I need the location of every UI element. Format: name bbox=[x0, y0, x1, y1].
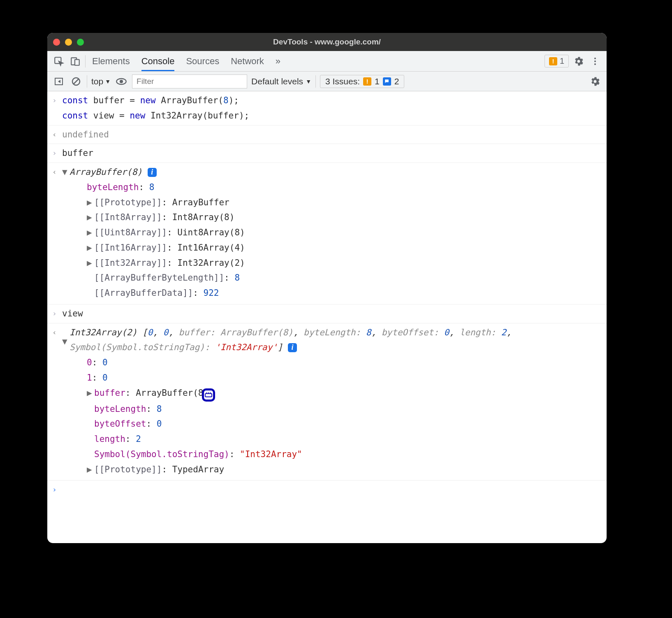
property-line[interactable]: length: 2 bbox=[62, 432, 602, 447]
tab-sources[interactable]: Sources bbox=[186, 51, 219, 71]
issues-label: 3 Issues: bbox=[325, 77, 360, 86]
window-title: DevTools - www.google.com/ bbox=[47, 37, 607, 46]
property-line[interactable]: ▶[[Int16Array]]: Int16Array(4) bbox=[62, 240, 602, 256]
dropdown-arrow-icon: ▼ bbox=[105, 78, 111, 85]
svg-point-4 bbox=[594, 60, 596, 62]
property-line[interactable]: Symbol(Symbol.toStringTag): "Int32Array" bbox=[62, 447, 602, 462]
expand-arrow-icon[interactable]: ▶ bbox=[87, 210, 94, 225]
levels-label: Default levels bbox=[251, 77, 303, 86]
code-keyword: const bbox=[62, 95, 88, 105]
panel-tabs: Elements Console Sources Network » bbox=[92, 51, 280, 71]
svg-point-5 bbox=[594, 63, 596, 65]
console-settings-icon[interactable] bbox=[589, 75, 602, 88]
code-text: ArrayBuffer( bbox=[156, 95, 223, 105]
property-line[interactable]: ▶[[Prototype]]: TypedArray bbox=[62, 462, 602, 477]
object-summary: Int32Array(2) bbox=[70, 328, 142, 337]
warning-icon: ! bbox=[549, 57, 557, 65]
traffic-lights bbox=[53, 39, 84, 46]
settings-icon[interactable] bbox=[572, 55, 585, 68]
device-toolbar-icon[interactable] bbox=[69, 55, 82, 68]
live-expression-icon[interactable] bbox=[115, 75, 128, 88]
code-text: ); bbox=[229, 95, 239, 105]
property-line[interactable]: 0: 0 bbox=[62, 355, 602, 370]
output-chevron-icon: ‹ bbox=[52, 326, 57, 339]
svg-rect-11 bbox=[205, 393, 211, 397]
svg-point-10 bbox=[120, 79, 123, 83]
property-line[interactable]: 1: 0 bbox=[62, 370, 602, 386]
tab-console[interactable]: Console bbox=[141, 51, 175, 71]
input-prompt-icon: › bbox=[52, 483, 57, 496]
issues-info-count: 2 bbox=[394, 77, 399, 86]
tab-more[interactable]: » bbox=[276, 51, 280, 71]
console-output-block[interactable]: ‹ ▼ Int32Array(2) [0, 0, buffer: ArrayBu… bbox=[47, 323, 607, 481]
undefined-value: undefined bbox=[62, 130, 109, 139]
expand-arrow-icon[interactable]: ▶ bbox=[87, 256, 94, 271]
console-input[interactable]: › bbox=[47, 480, 607, 486]
expand-arrow-icon[interactable]: ▶ bbox=[87, 240, 94, 256]
output-chevron-icon: ‹ bbox=[52, 165, 57, 179]
tab-network[interactable]: Network bbox=[231, 51, 264, 71]
code-keyword: const bbox=[62, 111, 88, 121]
tab-elements[interactable]: Elements bbox=[92, 51, 130, 71]
sidebar-toggle-icon[interactable] bbox=[52, 75, 65, 88]
code-text: view = bbox=[88, 111, 130, 121]
expand-arrow-icon[interactable]: ▶ bbox=[87, 195, 94, 210]
issues-badge[interactable]: 3 Issues: ! 1 2 bbox=[320, 75, 404, 88]
console-input-echo[interactable]: › const buffer = new ArrayBuffer(8); con… bbox=[47, 91, 607, 125]
console-output-line: ‹ undefined bbox=[47, 125, 607, 144]
input-chevron-icon: › bbox=[52, 307, 57, 320]
property-line[interactable]: ▶[[Prototype]]: ArrayBuffer bbox=[62, 195, 602, 210]
warnings-badge[interactable]: ! 1 bbox=[545, 55, 569, 67]
property-line[interactable]: byteLength: 8 bbox=[62, 402, 602, 417]
kebab-menu-icon[interactable] bbox=[589, 55, 602, 68]
code-number: 8 bbox=[223, 95, 229, 105]
devtools-window: DevTools - www.google.com/ Elements Cons… bbox=[47, 33, 607, 543]
dropdown-arrow-icon: ▼ bbox=[306, 78, 311, 85]
close-window-button[interactable] bbox=[53, 39, 60, 46]
property-line[interactable]: ▶buffer: ArrayBuffer(8 bbox=[62, 386, 602, 402]
expand-toggle-icon[interactable]: ▼ bbox=[62, 165, 70, 180]
inspect-element-icon[interactable] bbox=[52, 55, 65, 68]
warning-icon: ! bbox=[363, 77, 371, 86]
expand-arrow-icon[interactable]: ▶ bbox=[87, 225, 94, 240]
expand-arrow-icon[interactable]: ▶ bbox=[87, 462, 94, 477]
property-line[interactable]: ▶[[Int32Array]]: Int32Array(2) bbox=[62, 256, 602, 271]
code-text: Int32Array(buffer); bbox=[145, 111, 249, 121]
input-chevron-icon: › bbox=[52, 146, 57, 160]
output-chevron-icon: ‹ bbox=[52, 128, 57, 141]
filter-input[interactable] bbox=[132, 74, 247, 88]
property-line[interactable]: ▶[[Uint8Array]]: Uint8Array(8) bbox=[62, 225, 602, 240]
memory-inspector-icon[interactable] bbox=[202, 388, 215, 402]
console-input-echo[interactable]: › buffer bbox=[47, 144, 607, 163]
property-line[interactable]: [[ArrayBufferByteLength]]: 8 bbox=[62, 270, 602, 286]
context-label: top bbox=[91, 77, 103, 86]
property-line[interactable]: byteLength: 8 bbox=[62, 180, 602, 195]
property-line[interactable]: byteOffset: 0 bbox=[62, 416, 602, 432]
minimize-window-button[interactable] bbox=[65, 39, 72, 46]
expand-toggle-icon[interactable]: ▼ bbox=[62, 325, 70, 355]
code-text: view bbox=[62, 309, 83, 318]
separator bbox=[85, 55, 86, 67]
info-icon bbox=[383, 77, 391, 86]
log-levels-selector[interactable]: Default levels ▼ bbox=[251, 77, 311, 86]
object-summary[interactable]: ArrayBuffer(8) bbox=[70, 167, 142, 177]
property-line[interactable]: [[ArrayBufferData]]: 922 bbox=[62, 286, 602, 301]
svg-line-8 bbox=[74, 79, 79, 84]
svg-rect-2 bbox=[75, 59, 79, 65]
maximize-window-button[interactable] bbox=[77, 39, 84, 46]
titlebar: DevTools - www.google.com/ bbox=[47, 33, 607, 51]
code-keyword: new bbox=[140, 95, 156, 105]
main-toolbar: Elements Console Sources Network » ! 1 bbox=[47, 51, 607, 72]
expand-arrow-icon[interactable]: ▶ bbox=[87, 386, 94, 401]
context-selector[interactable]: top ▼ bbox=[91, 77, 111, 86]
warnings-count: 1 bbox=[560, 56, 564, 66]
code-text: buffer = bbox=[88, 95, 140, 105]
property-line[interactable]: ▶[[Int8Array]]: Int8Array(8) bbox=[62, 210, 602, 225]
info-badge-icon[interactable]: i bbox=[288, 343, 297, 352]
clear-console-icon[interactable] bbox=[70, 75, 83, 88]
console-output-block[interactable]: ‹ ▼ArrayBuffer(8) i byteLength: 8 ▶[[Pro… bbox=[47, 163, 607, 304]
console-output: › const buffer = new ArrayBuffer(8); con… bbox=[47, 91, 607, 486]
info-badge-icon[interactable]: i bbox=[148, 168, 157, 177]
console-input-echo[interactable]: › view bbox=[47, 304, 607, 323]
issues-warn-count: 1 bbox=[375, 77, 380, 86]
